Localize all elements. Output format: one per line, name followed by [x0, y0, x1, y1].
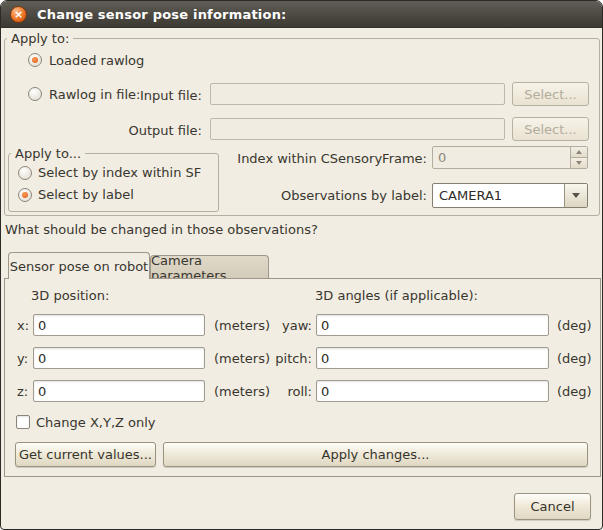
spinner-down-button [571, 157, 587, 168]
input-file-label: Input file: [115, 88, 202, 103]
axis-z-label: z: [17, 384, 28, 399]
change-xyz-checkbox[interactable]: Change X,Y,Z only [16, 415, 216, 431]
dropdown-arrow-icon [572, 193, 580, 198]
tab-sensor-pose[interactable]: Sensor pose on robot [8, 252, 150, 279]
select-output-file-button: Select... [512, 117, 589, 141]
axis-y-label: y: [17, 351, 28, 366]
button-label: Get current values... [19, 447, 152, 462]
pitch-input[interactable] [316, 347, 549, 369]
radio-icon [28, 87, 42, 101]
question-label: What should be changed in those observat… [5, 222, 318, 237]
button-label: Apply changes... [322, 447, 430, 462]
x-input[interactable] [33, 314, 205, 336]
button-label: Cancel [530, 499, 574, 514]
radio-icon [28, 53, 42, 67]
radio-label: Loaded rawlog [49, 53, 144, 68]
radio-icon [18, 188, 32, 202]
output-file-field [210, 118, 505, 140]
combobox-dropdown-button[interactable] [564, 184, 587, 207]
spinner-up-button [571, 147, 587, 157]
window-title: Change sensor pose information: [37, 7, 287, 22]
pitch-label: pitch: [245, 351, 312, 366]
tab-panel: 3D position: 3D angles (if applicable): … [4, 278, 601, 477]
checkbox-label: Change X,Y,Z only [36, 415, 156, 430]
checkbox-icon [16, 415, 30, 429]
roll-input[interactable] [316, 380, 549, 402]
pitch-unit-label: (deg) [557, 351, 592, 366]
radio-icon [18, 166, 32, 180]
titlebar[interactable]: × Change sensor pose information: [1, 1, 602, 28]
index-spinner: 0 [432, 146, 588, 169]
close-icon: × [14, 9, 23, 20]
button-label: Select... [524, 87, 577, 102]
combobox-value: CAMERA1 [433, 184, 564, 207]
apply-frame: Apply to: Loaded rawlog Rawlog in file: … [4, 38, 600, 216]
apply-frame-legend: Apply to: [7, 31, 73, 46]
radio-loaded-rawlog[interactable]: Loaded rawlog [28, 53, 228, 69]
tab-camera-parameters[interactable]: Camera parameters [150, 255, 269, 279]
axis-x-label: x: [17, 318, 29, 333]
z-input[interactable] [33, 380, 205, 402]
input-file-field [210, 83, 505, 105]
inner-apply-legend: Apply to... [11, 146, 85, 161]
radio-label: Select by index within SF [38, 165, 201, 180]
spinner-buttons [570, 147, 587, 168]
spinner-up-icon [576, 150, 582, 154]
tab-label: Sensor pose on robot [10, 259, 148, 274]
spinner-value: 0 [433, 147, 570, 168]
dialog-window: × Change sensor pose information: Apply … [0, 0, 603, 530]
yaw-label: yaw: [245, 318, 312, 333]
observations-label: Observations by label: [225, 188, 427, 203]
cancel-button[interactable]: Cancel [514, 493, 591, 520]
observations-combobox[interactable]: CAMERA1 [432, 183, 588, 208]
spinner-down-icon [576, 161, 582, 165]
get-current-values-button[interactable]: Get current values... [15, 442, 156, 467]
roll-label: roll: [245, 384, 312, 399]
angles-header: 3D angles (if applicable): [315, 288, 478, 303]
position-header: 3D position: [31, 288, 109, 303]
index-within-sf-label: Index within CSensoryFrame: [225, 151, 427, 166]
inner-apply-frame: Apply to... Select by index within SF Se… [8, 153, 219, 212]
close-button[interactable]: × [10, 6, 27, 23]
output-file-label: Output file: [115, 123, 202, 138]
roll-unit-label: (deg) [557, 384, 592, 399]
radio-select-by-label[interactable]: Select by label [18, 187, 208, 203]
radio-label: Select by label [38, 187, 134, 202]
button-label: Select... [524, 122, 577, 137]
yaw-unit-label: (deg) [557, 318, 592, 333]
apply-changes-button[interactable]: Apply changes... [163, 442, 588, 467]
y-input[interactable] [33, 347, 205, 369]
select-input-file-button: Select... [512, 82, 589, 106]
radio-select-by-index[interactable]: Select by index within SF [18, 165, 208, 181]
yaw-input[interactable] [316, 314, 549, 336]
